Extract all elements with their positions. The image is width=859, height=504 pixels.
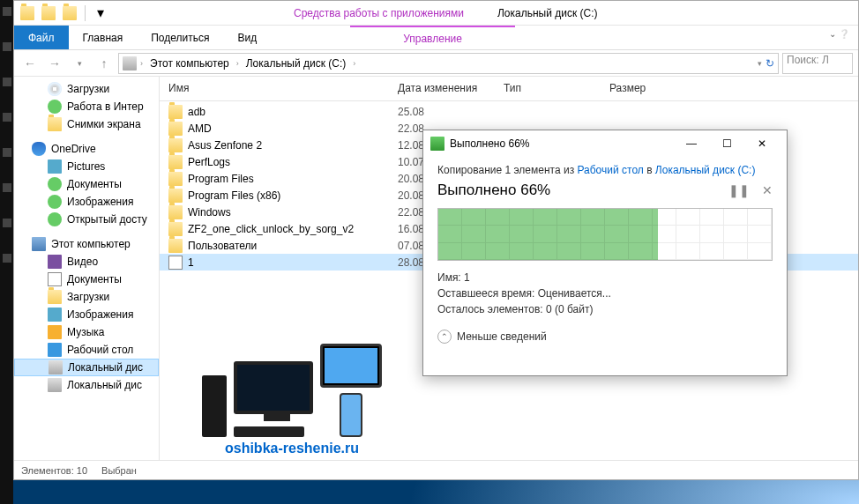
music-icon xyxy=(48,325,62,339)
tree-item-label: Локальный дис xyxy=(68,361,143,374)
cancel-button[interactable]: ✕ xyxy=(762,183,773,197)
pic-icon xyxy=(48,308,62,322)
tree-item[interactable]: Загрузки xyxy=(14,288,159,306)
tree-item[interactable]: Этот компьютер xyxy=(14,235,159,253)
tree-item[interactable]: Документы xyxy=(14,175,159,193)
time-label: Оставшееся время: xyxy=(437,287,534,300)
copy-details: Имя: 1 Оставшееся время: Оценивается... … xyxy=(437,270,773,317)
copy-dialog-icon xyxy=(430,137,444,151)
file-row[interactable]: adb25.08 xyxy=(160,103,858,120)
pc-tower-image xyxy=(202,375,227,437)
file-name: Asus Zenfone 2 xyxy=(188,139,262,152)
tree-item-label: Загрузки xyxy=(67,291,109,303)
remaining-label: Осталось элементов: xyxy=(437,303,543,315)
status-count: Элементов: 10 xyxy=(21,465,87,476)
green-icon xyxy=(48,100,62,114)
tree-item-label: Видео xyxy=(67,256,98,268)
tree-item[interactable]: Открытый досту xyxy=(14,211,159,228)
file-icon xyxy=(168,256,183,270)
qat-separator xyxy=(85,5,86,21)
properties-icon[interactable] xyxy=(39,4,58,23)
ribbon-expand-icon[interactable]: ⌄ ❔ xyxy=(820,26,858,49)
tablet-image xyxy=(320,344,382,388)
green-icon xyxy=(48,177,62,191)
folder-icon xyxy=(168,189,183,203)
back-button[interactable]: ← xyxy=(19,53,41,74)
pic-icon xyxy=(48,159,62,174)
tree-item[interactable]: Локальный дис xyxy=(14,359,159,376)
tab-manage[interactable]: Управление xyxy=(350,26,515,49)
dest-link[interactable]: Локальный диск (C:) xyxy=(655,164,756,176)
tree-item-label: Изображения xyxy=(67,196,133,208)
pause-button[interactable]: ❚❚ xyxy=(728,183,750,197)
tree-item[interactable]: Изображения xyxy=(14,193,159,211)
copy-dialog: Выполнено 66% — ☐ ✕ Копирование 1 элемен… xyxy=(422,130,788,376)
folder-icon xyxy=(168,122,183,136)
close-button[interactable]: ✕ xyxy=(744,131,780,156)
folder-icon xyxy=(48,117,62,131)
tree-item[interactable]: Локальный дис xyxy=(14,376,159,394)
forward-button[interactable]: → xyxy=(44,53,65,74)
tree-item[interactable]: Загрузки xyxy=(14,80,159,98)
tree-item[interactable]: Pictures xyxy=(14,158,159,175)
breadcrumb-root[interactable]: Этот компьютер xyxy=(146,57,233,70)
folder-icon xyxy=(168,138,183,152)
status-bar: Элементов: 10 Выбран xyxy=(14,460,858,479)
tab-share[interactable]: Поделиться xyxy=(137,26,223,49)
fewer-details-toggle[interactable]: ⌃ Меньше сведений xyxy=(437,330,773,344)
column-headers: Имя Дата изменения Тип Размер xyxy=(160,77,858,101)
maximize-button[interactable]: ☐ xyxy=(709,131,744,156)
up-button[interactable]: ↑ xyxy=(93,53,115,74)
dialog-title: Выполнено 66% xyxy=(450,137,530,150)
folder-icon xyxy=(168,105,183,119)
col-type[interactable]: Тип xyxy=(495,77,601,100)
source-link[interactable]: Рабочий стол xyxy=(577,164,643,176)
address-bar[interactable]: › Этот компьютер › Локальный диск (C:) ›… xyxy=(118,53,779,74)
taskbar-strip xyxy=(0,0,13,504)
tree-item-label: Этот компьютер xyxy=(51,238,131,250)
tree-item[interactable]: Снимки экрана xyxy=(14,115,159,133)
breadcrumb-drive[interactable]: Локальный диск (C:) xyxy=(243,57,350,70)
col-date[interactable]: Дата изменения xyxy=(389,77,495,100)
breadcrumb-sep: › xyxy=(140,59,143,68)
file-name: Пользователи xyxy=(188,240,257,252)
folder-icon xyxy=(168,172,183,186)
green-icon xyxy=(48,212,62,226)
refresh-icon[interactable]: ↻ xyxy=(766,57,774,70)
explorer-icon[interactable] xyxy=(18,4,37,23)
monitor-image xyxy=(234,361,313,414)
copy-text-b: в xyxy=(644,164,655,176)
address-dropdown-icon[interactable]: ▾ xyxy=(758,59,762,68)
tab-home[interactable]: Главная xyxy=(69,26,138,49)
video-icon xyxy=(48,255,62,269)
file-icon xyxy=(48,272,62,286)
desk-icon xyxy=(48,343,62,357)
breadcrumb-sep: › xyxy=(353,59,355,68)
minimize-button[interactable]: — xyxy=(674,131,709,156)
qat-dropdown-icon[interactable]: ▾ xyxy=(91,4,110,23)
copy-summary: Копирование 1 элемента из Рабочий стол в… xyxy=(437,164,773,176)
tree-item[interactable]: Видео xyxy=(14,253,159,271)
col-name[interactable]: Имя xyxy=(160,77,389,100)
drive-icon xyxy=(48,378,62,392)
tree-item[interactable]: OneDrive xyxy=(14,140,159,158)
recent-dropdown[interactable]: ▾ xyxy=(69,53,90,74)
tree-item[interactable]: Работа в Интер xyxy=(14,98,159,115)
fewer-details-label: Меньше сведений xyxy=(457,330,547,343)
tree-item-label: OneDrive xyxy=(51,143,96,155)
col-size[interactable]: Размер xyxy=(601,77,671,100)
tab-file[interactable]: Файл xyxy=(14,26,69,49)
tree-item[interactable]: Изображения xyxy=(14,306,159,323)
new-folder-icon[interactable] xyxy=(60,4,79,23)
tab-view[interactable]: Вид xyxy=(223,26,271,49)
tree-item[interactable]: Рабочий стол xyxy=(14,341,159,359)
copy-text-a: Копирование 1 элемента из xyxy=(437,164,577,176)
tree-item[interactable]: Документы xyxy=(14,271,159,288)
tree-item-label: Открытый досту xyxy=(67,213,147,226)
tree-item[interactable]: Музыка xyxy=(14,323,159,341)
search-input[interactable]: Поиск: Л xyxy=(782,53,853,74)
progress-bar xyxy=(437,208,773,261)
tree-item-label: Локальный дис xyxy=(67,379,142,391)
time-value: Оценивается... xyxy=(538,287,611,300)
progress-grid xyxy=(438,209,772,260)
